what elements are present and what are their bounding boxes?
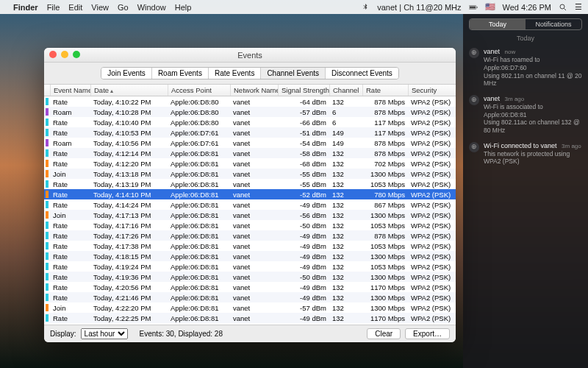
- search-icon[interactable]: [559, 3, 567, 12]
- cell-channel: 132: [329, 273, 362, 281]
- menu-app[interactable]: Finder: [13, 3, 38, 12]
- cell-ap: Apple:06:D8:81: [168, 149, 230, 158]
- cell-security: WPA2 (PSK): [408, 252, 456, 261]
- table-header: Event NameDateAccess PointNetwork NameSi…: [44, 84, 456, 96]
- cell-security: WPA2 (PSK): [408, 283, 456, 291]
- titlebar[interactable]: Events: [44, 48, 456, 63]
- table-row[interactable]: RateToday, 4:12:14 PMApple:06:D8:81vanet…: [44, 148, 456, 158]
- menu-file[interactable]: File: [47, 3, 60, 12]
- notification-center: Today Notifications Today ⊕ vanet now Wi…: [463, 14, 588, 368]
- table-body[interactable]: RateToday, 4:10:22 PMApple:06:D8:80vanet…: [44, 96, 456, 325]
- table-row[interactable]: RateToday, 4:10:40 PMApple:06:D8:80vanet…: [44, 117, 456, 127]
- cell-rate: 878 Mbps: [362, 98, 408, 106]
- cell-security: WPA2 (PSK): [408, 191, 456, 199]
- col-header[interactable]: Channel: [330, 85, 363, 96]
- col-header[interactable]: Rate: [363, 85, 409, 96]
- table-row[interactable]: JoinToday, 4:13:18 PMApple:06:D8:81vanet…: [44, 169, 456, 179]
- export-button[interactable]: Export…: [405, 328, 450, 339]
- col-header[interactable]: Date: [91, 85, 168, 96]
- cell-date: Today, 4:17:16 PM: [90, 222, 168, 230]
- wifi-status[interactable]: vanet | Ch 11@20 MHz: [377, 3, 461, 12]
- table-row[interactable]: RateToday, 4:19:24 PMApple:06:D8:81vanet…: [44, 261, 456, 272]
- table-row[interactable]: RoamToday, 4:10:28 PMApple:06:D8:80vanet…: [44, 107, 456, 117]
- cell-net: vanet: [230, 129, 278, 137]
- clear-button[interactable]: Clear: [367, 328, 401, 339]
- col-header[interactable]: Network Name: [231, 85, 279, 96]
- table-row[interactable]: JoinToday, 4:17:13 PMApple:06:D8:81vanet…: [44, 210, 456, 220]
- cell-channel: 132: [329, 283, 362, 291]
- svg-rect-2: [476, 7, 477, 8]
- table-row[interactable]: RateToday, 4:14:24 PMApple:06:D8:81vanet…: [44, 199, 456, 210]
- close-icon[interactable]: [49, 51, 57, 58]
- clock[interactable]: Wed 4:26 PM: [503, 3, 551, 12]
- table-row[interactable]: RateToday, 4:20:56 PMApple:06:D8:81vanet…: [44, 282, 456, 292]
- nc-heading: Today: [463, 35, 588, 42]
- row-color-icon: [46, 191, 49, 198]
- cell-date: Today, 4:14:24 PM: [90, 201, 168, 209]
- tab-disconnect-events[interactable]: Disconnect Events: [326, 68, 398, 79]
- cell-signal: -50 dBm: [278, 222, 329, 230]
- cell-ap: Apple:06:D8:80: [168, 118, 230, 127]
- tab-channel-events[interactable]: Channel Events: [261, 68, 326, 79]
- bluetooth-icon[interactable]: [361, 3, 370, 12]
- cell-rate: 867 Mbps: [362, 201, 408, 209]
- table-row[interactable]: RateToday, 4:18:15 PMApple:06:D8:81vanet…: [44, 251, 456, 261]
- table-row[interactable]: RateToday, 4:17:16 PMApple:06:D8:81vanet…: [44, 220, 456, 230]
- cell-signal: -49 dBm: [278, 263, 329, 271]
- table-row[interactable]: RateToday, 4:17:26 PMApple:06:D8:81vanet…: [44, 230, 456, 241]
- tab-join-events[interactable]: Join Events: [101, 68, 152, 79]
- cell-event: Rate: [50, 201, 90, 209]
- cell-net: vanet: [230, 191, 278, 199]
- cell-ap: Apple:06:D8:81: [168, 211, 230, 219]
- cell-ap: Apple:06:D8:81: [168, 180, 230, 188]
- cell-rate: 1053 Mbps: [362, 222, 408, 230]
- cell-security: WPA2 (PSK): [408, 160, 456, 168]
- col-header[interactable]: [44, 85, 51, 96]
- col-header[interactable]: Security: [409, 85, 456, 96]
- notifications-icon[interactable]: ☰: [575, 2, 582, 12]
- table-row[interactable]: RateToday, 4:19:36 PMApple:06:D8:81vanet…: [44, 272, 456, 282]
- table-row[interactable]: RateToday, 4:22:25 PMApple:06:D8:81vanet…: [44, 313, 456, 323]
- display-select[interactable]: Last hour: [81, 328, 128, 339]
- table-row[interactable]: RateToday, 4:13:19 PMApple:06:D8:81vanet…: [44, 179, 456, 189]
- cell-date: Today, 4:10:28 PM: [90, 108, 168, 116]
- minimize-icon[interactable]: [61, 51, 68, 58]
- cell-rate: 117 Mbps: [362, 129, 408, 137]
- cell-event: Rate: [50, 252, 90, 261]
- battery-icon[interactable]: [469, 3, 478, 12]
- menu-edit[interactable]: Edit: [68, 3, 82, 12]
- table-row[interactable]: RateToday, 4:12:20 PMApple:06:D8:81vanet…: [44, 158, 456, 169]
- col-header[interactable]: Access Point: [168, 85, 231, 96]
- table-row[interactable]: RateToday, 4:17:38 PMApple:06:D8:81vanet…: [44, 241, 456, 251]
- menu-view[interactable]: View: [91, 3, 109, 12]
- cell-event: Rate: [50, 129, 90, 137]
- row-color-icon: [46, 129, 49, 136]
- table-row[interactable]: RateToday, 4:21:46 PMApple:06:D8:81vanet…: [44, 292, 456, 302]
- cell-signal: -55 dBm: [278, 180, 329, 188]
- tab-roam-events[interactable]: Roam Events: [152, 68, 209, 79]
- cell-security: WPA2 (PSK): [408, 118, 456, 127]
- table-row[interactable]: JoinToday, 4:22:20 PMApple:06:D8:81vanet…: [44, 302, 456, 313]
- cell-signal: -49 dBm: [278, 294, 329, 302]
- col-header[interactable]: Signal Strength: [279, 85, 330, 96]
- tab-rate-events[interactable]: Rate Events: [209, 68, 261, 79]
- col-header[interactable]: Event Name: [51, 85, 91, 96]
- row-color-icon: [46, 98, 49, 105]
- nc-tab-today[interactable]: Today: [470, 19, 526, 29]
- nc-tab-notifications[interactable]: Notifications: [526, 19, 581, 29]
- table-row[interactable]: RoamToday, 4:10:56 PMApple:06:D7:61vanet…: [44, 138, 456, 148]
- table-row[interactable]: RateToday, 4:14:10 PMApple:06:D8:81vanet…: [44, 189, 456, 199]
- menu-go[interactable]: Go: [118, 3, 129, 12]
- table-row[interactable]: RateToday, 4:10:22 PMApple:06:D8:80vanet…: [44, 96, 456, 107]
- nc-item[interactable]: ⊕ vanet now Wi-Fi has roamed to Apple:06…: [463, 45, 588, 92]
- menu-window[interactable]: Window: [137, 3, 166, 12]
- cell-rate: 878 Mbps: [362, 139, 408, 147]
- keyboard-icon[interactable]: 🇺🇸: [485, 2, 495, 12]
- nc-item[interactable]: ⊕ vanet 3m ago Wi-Fi is associated to Ap…: [463, 92, 588, 139]
- nc-item[interactable]: ⊕ Wi-Fi connected to vanet 3m ago This n…: [463, 139, 588, 171]
- cell-net: vanet: [230, 139, 278, 147]
- menu-help[interactable]: Help: [175, 3, 192, 12]
- table-row[interactable]: RateToday, 4:10:53 PMApple:06:D7:61vanet…: [44, 127, 456, 138]
- zoom-icon[interactable]: [73, 51, 80, 58]
- cell-signal: -49 dBm: [278, 232, 329, 240]
